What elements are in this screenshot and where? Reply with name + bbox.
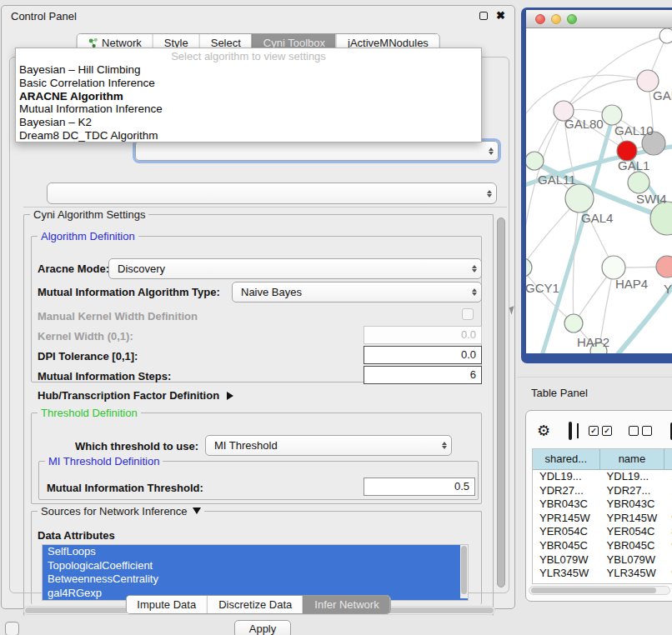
- table-cell: YBR043C: [533, 498, 600, 512]
- settings-vertical-scrollbar[interactable]: [497, 218, 505, 588]
- cyni-settings-title: Cyni Algorithm Settings: [30, 208, 148, 221]
- zoom-traffic-light-icon[interactable]: [567, 14, 577, 24]
- aracne-mode-label: Aracne Mode:: [38, 262, 109, 275]
- panel-divider: [23, 207, 507, 208]
- aracne-mode-combo[interactable]: Discovery: [108, 258, 482, 279]
- select-all-checkboxes-icon[interactable]: ✓✓: [589, 426, 612, 436]
- inference-algorithm-combo[interactable]: [135, 141, 499, 161]
- algorithm-option-aracne-algorithm[interactable]: ARACNE Algorithm: [16, 90, 481, 103]
- table-cell: YLR345W: [533, 567, 600, 581]
- dpi-tolerance-label: DPI Tolerance [0,1]:: [38, 350, 138, 362]
- table-row[interactable]: YLR345WYLR345W9.: [533, 567, 672, 581]
- node-label-gal1: GAL1: [618, 158, 649, 172]
- scrollbar-thumb[interactable]: [531, 588, 656, 593]
- mi-steps-field[interactable]: 6: [364, 366, 482, 384]
- table-body: YDL19...YDL19...13YDR27...YDR27...12YBR0…: [533, 470, 672, 584]
- column-header-shared[interactable]: shared...: [533, 449, 600, 469]
- network-node[interactable]: [650, 202, 672, 235]
- apply-button[interactable]: Apply: [234, 620, 291, 635]
- network-window-titlebar[interactable]: [526, 10, 672, 28]
- table-cell: YPR145W: [533, 512, 600, 526]
- table-row[interactable]: YER054CYER054C8.: [533, 525, 672, 539]
- table-header-row: shared...nameA: [533, 449, 672, 470]
- column-header-a[interactable]: A: [664, 449, 672, 469]
- attribute-betweennesscentrality[interactable]: BetweennessCentrality: [43, 572, 468, 587]
- kernel-width-field[interactable]: 0.0: [364, 326, 482, 344]
- network-node-gcy1[interactable]: [526, 258, 532, 277]
- floating-panel-icon[interactable]: [5, 622, 19, 635]
- node-label-gal10: GAL10: [614, 123, 654, 138]
- split-columns-icon[interactable]: [569, 422, 572, 440]
- column-header-name[interactable]: name: [600, 449, 665, 469]
- data-attributes-list[interactable]: SelfLoopsTopologicalCoefficientBetweenne…: [42, 544, 469, 601]
- table-cell: 8.: [664, 525, 672, 539]
- close-traffic-light-icon[interactable]: [535, 14, 545, 24]
- network-node-hap2[interactable]: [564, 314, 583, 332]
- algorithm-option-basic-correlation-inference[interactable]: Basic Correlation Inference: [16, 77, 481, 90]
- table-row[interactable]: YDL19...YDL19...13: [533, 470, 672, 484]
- deselect-all-checkboxes-icon[interactable]: [629, 426, 652, 436]
- algorithm-option-mutual-information-inference[interactable]: Mutual Information Inference: [16, 102, 481, 116]
- table-row[interactable]: YBR043CYBR043C: [533, 498, 672, 512]
- table-cell: YIL052C: [600, 581, 665, 584]
- algorithm-option-bayesian-k2[interactable]: Bayesian – K2: [16, 116, 481, 129]
- data-attributes-label: Data Attributes: [38, 529, 115, 542]
- table-source-combo[interactable]: [47, 182, 497, 204]
- table-cell: YDL19...: [600, 470, 665, 484]
- combo-stepper-icon: [483, 190, 496, 198]
- combo-stepper-icon: [438, 442, 451, 449]
- table-cell: YPR145W: [600, 512, 665, 526]
- hub-definition-toggle[interactable]: Hub/Transcription Factor Definition: [38, 389, 233, 402]
- which-threshold-combo[interactable]: MI Threshold: [205, 435, 452, 456]
- node-table[interactable]: shared...nameA YDL19...YDL19...13YDR27..…: [532, 448, 672, 584]
- attributes-scrollbar[interactable]: [460, 545, 468, 598]
- network-node-gal4[interactable]: [565, 184, 594, 212]
- table-cell: 9.: [664, 567, 672, 581]
- table-cell: 13: [664, 470, 672, 484]
- combo-stepper-icon: [484, 148, 498, 155]
- tab-impute-data[interactable]: Impute Data: [126, 596, 207, 613]
- control-panel-title: Control Panel: [11, 10, 77, 22]
- algorithm-option-bayesian-hill-climbing[interactable]: Bayesian – Hill Climbing: [16, 63, 481, 77]
- network-node-gal10[interactable]: [602, 105, 622, 125]
- expanded-arrow-icon: [193, 508, 201, 514]
- control-panel-titlebar: Control Panel ✖: [2, 6, 514, 26]
- collapsed-arrow-icon: [227, 392, 233, 400]
- attribute-topologicalcoefficient[interactable]: TopologicalCoefficient: [43, 559, 468, 573]
- sources-title[interactable]: Sources for Network Inference: [38, 505, 204, 518]
- network-node-swi4[interactable]: [628, 172, 649, 193]
- table-row[interactable]: YPR145WYPR145W9.: [533, 512, 672, 526]
- algorithm-option-dream8-dc-tdc-algorithm[interactable]: Dream8 DC_TDC Algorithm: [16, 129, 481, 142]
- node-label-hap4: HAP4: [615, 277, 648, 291]
- table-horizontal-scrollbar[interactable]: [529, 586, 670, 595]
- table-row[interactable]: YBL079WYBL079W: [533, 553, 672, 568]
- network-node-y[interactable]: [656, 256, 672, 278]
- node-label-gal11: GAL11: [538, 172, 576, 187]
- tab-label: Infer Network: [314, 596, 379, 613]
- table-cell: YBL079W: [600, 553, 665, 568]
- network-node[interactable]: [659, 28, 672, 43]
- table-cell: 9.: [664, 512, 672, 526]
- table-row[interactable]: YIL052CYIL052C9: [533, 581, 672, 584]
- mi-algorithm-type-combo[interactable]: Naive Bayes: [232, 282, 482, 302]
- dpi-tolerance-field[interactable]: 0.0: [364, 346, 482, 364]
- table-row[interactable]: YBR045CYBR045C9.: [533, 539, 672, 553]
- tab-label: Impute Data: [137, 596, 196, 613]
- mi-threshold-field[interactable]: 0.5: [364, 478, 475, 496]
- attribute-selfloops[interactable]: SelfLoops: [43, 545, 468, 559]
- algorithm-definition-title: Algorithm Definition: [38, 230, 138, 242]
- gear-icon[interactable]: ⚙: [537, 423, 550, 438]
- mi-steps-label: Mutual Information Steps:: [38, 370, 171, 382]
- tab-discretize-data[interactable]: Discretize Data: [207, 596, 303, 613]
- close-icon[interactable]: ✖: [496, 12, 505, 20]
- manual-kernel-width-checkbox[interactable]: [462, 308, 474, 320]
- table-row[interactable]: YDR27...YDR27...12: [533, 484, 672, 498]
- tab-infer-network[interactable]: Infer Network: [303, 596, 389, 613]
- tab-label: Discretize Data: [218, 596, 292, 613]
- minimize-traffic-light-icon[interactable]: [551, 14, 561, 24]
- table-panel-divider: [517, 377, 672, 378]
- network-canvas[interactable]: GALGAL80GAL10GAL1SWI4GAL11GAL4GCY1HAP4YH…: [526, 28, 672, 353]
- network-node-hap4[interactable]: [602, 256, 625, 279]
- network-node-gal11[interactable]: [526, 152, 544, 170]
- float-window-icon[interactable]: [479, 12, 488, 20]
